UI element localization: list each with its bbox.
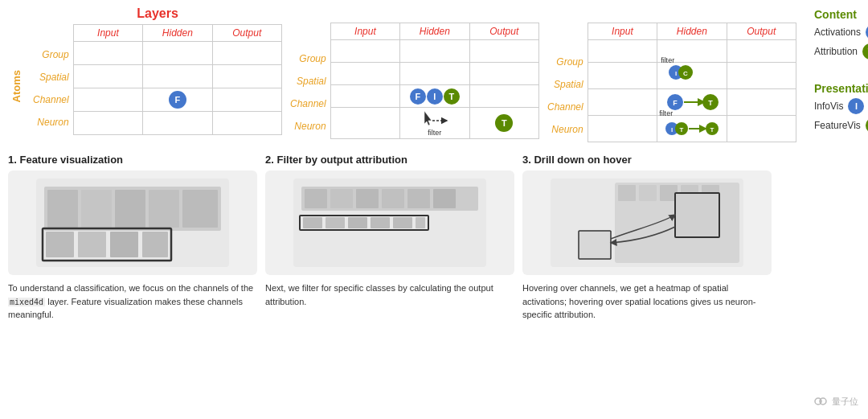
step-desc-3: Hovering over channels, we get a heatmap… — [522, 281, 772, 322]
svg-rect-24 — [182, 190, 218, 228]
svg-text:T: T — [710, 126, 714, 134]
svg-text:T: T — [680, 126, 684, 134]
attribution-T-from: T — [862, 43, 868, 60]
row-label-channel: Channel — [33, 88, 73, 111]
row-neuron-3: filter I — [588, 116, 796, 142]
infovis-row: InfoVis I — [814, 98, 868, 114]
step-panel-3: 3. Drill down on hover — [522, 154, 772, 322]
row-neuron-1 — [73, 112, 281, 135]
row-label-spatial-3: Spatial — [547, 73, 588, 96]
watermark-text: 量子位 — [832, 396, 858, 408]
svg-rect-42 — [371, 217, 390, 228]
col-hidden-1: Hidden — [143, 25, 212, 42]
svg-text:I: I — [675, 70, 677, 77]
row-group-3 — [588, 40, 796, 63]
filter-label-spatial: filter — [661, 56, 674, 64]
step-title-2: 2. Filter by output attribution — [265, 154, 514, 166]
grid-panel-3: Group Spatial Channel Neuron Input Hidde… — [547, 6, 796, 142]
col-input-2: Input — [330, 23, 399, 40]
row-label-spatial: Spatial — [33, 66, 73, 88]
col-output-2: Output — [469, 23, 538, 40]
activations-label: Activations — [814, 27, 861, 38]
row-channel-1: F — [73, 88, 281, 112]
content-section: Content Activations C Attribution T — [814, 8, 868, 63]
atoms-label: Atoms — [8, 70, 25, 102]
svg-rect-36 — [407, 189, 430, 208]
svg-rect-27 — [78, 232, 106, 257]
step-desc-2: Next, we filter for specific classes by … — [265, 281, 514, 308]
node-F-grid1: F — [169, 91, 186, 109]
featurevis-row: FeatureVis F — [814, 117, 868, 134]
row-label-neuron-2: Neuron — [290, 115, 330, 138]
watermark-icon — [813, 393, 829, 409]
row-label-spatial-2: Spatial — [290, 70, 330, 92]
svg-text:F: F — [674, 99, 678, 107]
sidebar: Content Activations C Attribution T — [805, 0, 868, 419]
attribution-row: Attribution T T — [814, 43, 868, 60]
col-input-1: Input — [73, 25, 142, 42]
svg-rect-34 — [356, 189, 379, 208]
grid-panel-2: Group Spatial Channel Neuron Input Hidde… — [290, 6, 539, 142]
step-panel-2: 2. Filter by output attribution — [265, 154, 514, 322]
row-label-group: Group — [33, 43, 73, 66]
grid-panel-1: Layers Group Spatial Channel Neuron — [33, 6, 282, 142]
step2-sketch — [293, 179, 486, 267]
attribution-label: Attribution — [814, 46, 858, 57]
step-desc-1: To understand a classification, we focus… — [8, 281, 257, 322]
infovis-badge: I — [848, 98, 864, 114]
svg-text:T: T — [709, 99, 714, 107]
grid-title-1: Layers — [33, 6, 282, 21]
row-spatial-3: filter — [588, 63, 796, 89]
row-channel-2: F I T — [330, 85, 538, 108]
svg-rect-32 — [305, 189, 327, 208]
row-group-2 — [330, 40, 538, 63]
svg-rect-44 — [416, 217, 425, 228]
node-T-grid2: T — [444, 88, 460, 105]
step-image-3 — [522, 170, 772, 275]
svg-rect-40 — [326, 217, 345, 228]
step1-sketch — [36, 179, 229, 267]
attribution-badges: T T — [862, 43, 868, 60]
grid-table-1: Input Hidden Output — [73, 24, 282, 135]
svg-rect-43 — [393, 217, 412, 228]
step3-sketch — [551, 179, 743, 267]
row-spatial-2 — [330, 63, 538, 85]
row-label-channel-3: Channel — [547, 96, 588, 118]
row-label-group-3: Group — [547, 51, 588, 73]
node-F-grid2: F — [410, 88, 426, 105]
row-neuron-2: filter T — [330, 108, 538, 139]
svg-rect-20 — [47, 190, 78, 228]
svg-rect-39 — [303, 217, 322, 228]
svg-rect-48 — [639, 185, 657, 201]
svg-rect-47 — [618, 185, 636, 201]
row-label-neuron: Neuron — [33, 111, 73, 134]
spatial-arrow-svg: I C — [668, 64, 716, 87]
channel-diagram-svg: F T — [665, 91, 718, 113]
watermark: 量子位 — [813, 393, 858, 409]
step-panel-1: 1. Feature visualization — [8, 154, 257, 322]
presentation-title: Presentation — [814, 82, 868, 95]
col-input-3: Input — [588, 23, 657, 40]
col-output-3: Output — [727, 23, 796, 40]
svg-rect-23 — [149, 190, 179, 228]
svg-rect-26 — [46, 232, 74, 257]
row-label-group-2: Group — [290, 47, 330, 70]
row-spatial-1 — [73, 65, 281, 88]
svg-rect-53 — [579, 231, 611, 259]
grid-table-3: Input Hidden Output — [588, 23, 796, 142]
neuron-diagram-svg: I T T — [665, 117, 718, 140]
svg-rect-41 — [348, 217, 367, 228]
step-title-1: 1. Feature visualization — [8, 154, 257, 166]
step-image-2 — [265, 170, 514, 275]
infovis-label: InfoVis — [814, 101, 843, 112]
svg-rect-28 — [110, 232, 138, 257]
svg-rect-29 — [142, 232, 168, 257]
svg-marker-0 — [424, 111, 432, 125]
row-channel-3: F T — [588, 89, 796, 116]
activations-row: Activations C — [814, 24, 868, 40]
svg-rect-52 — [675, 193, 719, 237]
node-T-output-grid2: T — [495, 114, 513, 132]
filter-label-2: filter — [428, 129, 441, 137]
step-image-1 — [8, 170, 257, 275]
col-hidden-2: Hidden — [400, 23, 469, 40]
